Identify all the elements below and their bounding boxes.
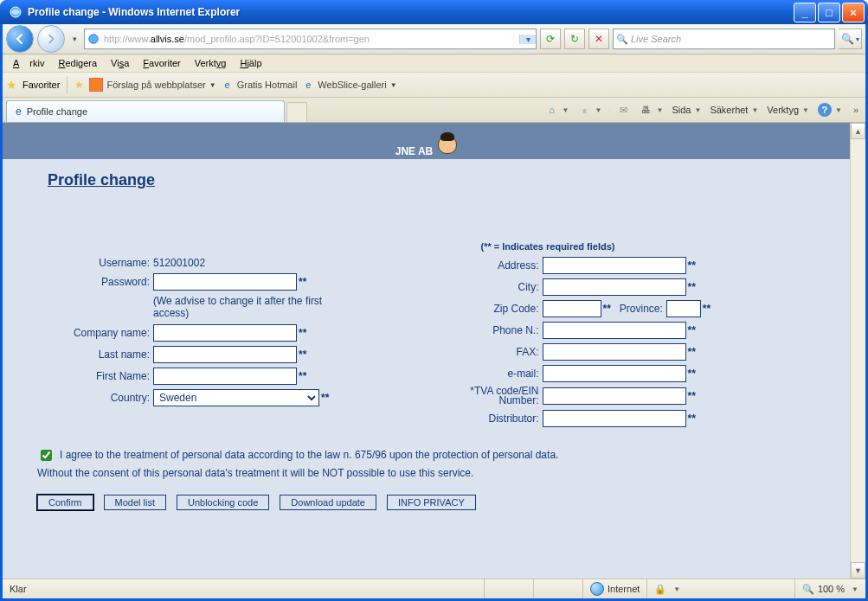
print-button[interactable]: 🖶▼ bbox=[637, 103, 666, 117]
consent-checkbox[interactable] bbox=[41, 450, 52, 461]
req-company: ** bbox=[299, 327, 306, 339]
tools-menu[interactable]: Verktyg▼ bbox=[764, 105, 812, 115]
button-row: Confirm Model list Unblocking code Downl… bbox=[37, 495, 815, 510]
req-tva: ** bbox=[688, 390, 696, 402]
menu-redigera[interactable]: Redigera bbox=[53, 56, 102, 70]
status-zoom[interactable]: 🔍 100 % ▼ bbox=[794, 579, 865, 598]
input-distributor[interactable] bbox=[543, 410, 686, 427]
input-phone[interactable] bbox=[543, 322, 686, 339]
help-icon: ? bbox=[818, 103, 832, 117]
menu-hjalp[interactable]: Hjälp bbox=[235, 56, 267, 70]
search-box[interactable]: 🔍 Live Search bbox=[613, 29, 835, 49]
links-bar: ★ Favoriter ★ Förslag på webbplatser ▼ e… bbox=[3, 73, 865, 98]
nav-history-dropdown[interactable]: ▾ bbox=[68, 35, 80, 43]
model-list-button[interactable]: Model list bbox=[104, 495, 166, 510]
link-hotmail[interactable]: eGratis Hotmail bbox=[222, 79, 298, 91]
refresh-button[interactable]: ↻ bbox=[564, 29, 585, 49]
back-button[interactable] bbox=[6, 25, 34, 53]
url-path: /mod_profilo.asp?ID=512001002&from=gen bbox=[184, 34, 370, 44]
unblocking-code-button[interactable]: Unblocking code bbox=[177, 495, 269, 510]
suggested-sites-icon bbox=[89, 78, 103, 92]
label-phone: Phone N.: bbox=[444, 324, 543, 336]
status-protected-mode[interactable]: 🔒▼ bbox=[646, 579, 687, 598]
menu-arkiv[interactable]: Arkiv bbox=[8, 56, 49, 70]
password-hint: (We advise to change it after the first … bbox=[153, 295, 344, 319]
input-tva[interactable] bbox=[543, 387, 686, 405]
new-tab-button[interactable] bbox=[286, 102, 307, 122]
stop-button[interactable]: ✕ bbox=[588, 29, 609, 49]
input-email[interactable] bbox=[543, 365, 686, 382]
banner-text: JNE AB bbox=[395, 145, 434, 157]
page-menu[interactable]: Sida▼ bbox=[669, 105, 704, 115]
tab-active[interactable]: e Profile change bbox=[6, 100, 285, 122]
input-fax[interactable] bbox=[543, 343, 686, 361]
ie-page-icon: e bbox=[302, 79, 314, 91]
compat-view-button[interactable]: ⟳ bbox=[540, 29, 561, 49]
input-company[interactable] bbox=[153, 324, 297, 342]
search-go-button[interactable]: 🔍▾ bbox=[839, 29, 862, 49]
home-button[interactable]: ⌂▼ bbox=[543, 103, 572, 117]
label-lastname: Last name: bbox=[37, 348, 153, 361]
nav-bar: ▾ http://www.allvis.se/mod_profilo.asp?I… bbox=[3, 24, 865, 54]
mail-icon: ✉ bbox=[617, 103, 631, 117]
read-mail-button[interactable]: ✉ bbox=[614, 103, 633, 117]
info-privacy-button[interactable]: INFO PRIVACY bbox=[387, 495, 476, 510]
menu-verktyg[interactable]: Verktyg bbox=[190, 56, 232, 70]
close-button[interactable]: × bbox=[842, 3, 865, 22]
scroll-track[interactable] bbox=[851, 139, 865, 562]
safety-menu[interactable]: Säkerhet▼ bbox=[707, 105, 761, 115]
input-province[interactable] bbox=[666, 300, 701, 317]
consent-note: Without the consent of this personal dat… bbox=[37, 467, 815, 479]
rss-icon: ∎ bbox=[578, 103, 592, 117]
form: Username: 512001002 Password: ** (We adv… bbox=[37, 257, 815, 432]
input-lastname[interactable] bbox=[153, 346, 297, 363]
maximize-button[interactable]: □ bbox=[818, 3, 840, 22]
req-city: ** bbox=[688, 281, 696, 293]
label-zip: Zip Code: bbox=[444, 303, 543, 315]
menu-visa[interactable]: Visa bbox=[106, 56, 134, 70]
favorites-star-icon[interactable]: ★ bbox=[6, 78, 17, 92]
search-icon: 🔍 bbox=[614, 34, 631, 45]
scroll-up-button[interactable]: ▲ bbox=[851, 123, 865, 139]
link-forslag[interactable]: Förslag på webbplatser ▼ bbox=[89, 78, 215, 92]
address-text[interactable]: http://www.allvis.se/mod_profilo.asp?ID=… bbox=[102, 34, 519, 44]
favorites-label[interactable]: Favoriter bbox=[23, 80, 60, 90]
home-icon: ⌂ bbox=[545, 103, 559, 117]
banner-face-icon bbox=[438, 135, 457, 154]
label-company: Company name: bbox=[37, 327, 153, 339]
required-fields-note: (** = Indicates required fields) bbox=[409, 241, 686, 252]
vertical-scrollbar[interactable]: ▲ ▼ bbox=[850, 123, 865, 579]
req-lastname: ** bbox=[299, 348, 306, 361]
input-firstname[interactable] bbox=[153, 368, 297, 385]
add-favorite-icon[interactable]: ★ bbox=[74, 79, 84, 91]
select-country[interactable]: Sweden bbox=[153, 389, 319, 406]
menu-favoriter[interactable]: Favoriter bbox=[138, 56, 185, 70]
forward-button[interactable] bbox=[37, 25, 65, 53]
address-dropdown[interactable]: ▾ bbox=[519, 35, 536, 44]
safety-menu-label: Säkerhet bbox=[710, 105, 748, 115]
status-zone[interactable]: Internet bbox=[582, 579, 646, 598]
tools-menu-label: Verktyg bbox=[767, 105, 799, 115]
input-password[interactable] bbox=[153, 273, 297, 291]
url-prefix: http://www. bbox=[104, 34, 151, 44]
req-firstname: ** bbox=[299, 370, 306, 382]
input-city[interactable] bbox=[543, 278, 686, 296]
toolbar-overflow[interactable]: » bbox=[853, 105, 858, 115]
svg-point-1 bbox=[89, 35, 99, 44]
scroll-down-button[interactable]: ▼ bbox=[851, 562, 865, 579]
address-bar[interactable]: http://www.allvis.se/mod_profilo.asp?ID=… bbox=[84, 29, 537, 49]
input-address[interactable] bbox=[543, 257, 686, 274]
input-zip[interactable] bbox=[543, 300, 601, 317]
minimize-button[interactable]: _ bbox=[794, 3, 816, 22]
status-text: Klar bbox=[3, 579, 484, 598]
feeds-button[interactable]: ∎▼ bbox=[575, 103, 605, 117]
download-update-button[interactable]: Download update bbox=[280, 495, 376, 510]
help-button[interactable]: ?▼ bbox=[815, 103, 845, 117]
confirm-button[interactable]: Confirm bbox=[37, 495, 93, 510]
title-bar: Profile change - Windows Internet Explor… bbox=[0, 0, 868, 24]
label-address: Address: bbox=[444, 259, 543, 272]
link-webslice[interactable]: eWebSlice-galleri ▼ bbox=[302, 79, 396, 91]
label-distributor: Distributor: bbox=[444, 412, 543, 425]
label-password: Password: bbox=[37, 276, 153, 288]
url-host: allvis.se bbox=[151, 34, 184, 44]
